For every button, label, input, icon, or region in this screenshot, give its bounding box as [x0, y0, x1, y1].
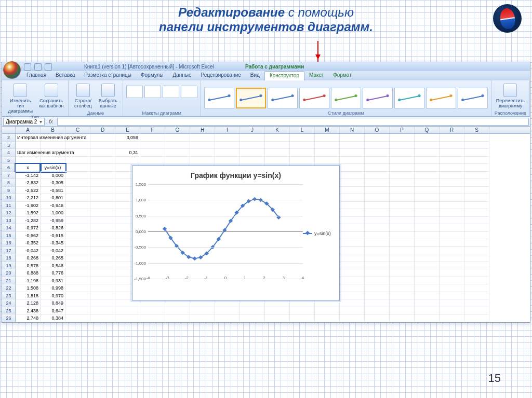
- cell[interactable]: [340, 292, 365, 300]
- cell[interactable]: [365, 247, 390, 255]
- cell[interactable]: [365, 134, 390, 142]
- cell[interactable]: [340, 269, 365, 277]
- col-header[interactable]: R: [440, 127, 464, 133]
- cell[interactable]: [365, 299, 390, 307]
- cell[interactable]: [440, 232, 464, 240]
- cell[interactable]: [340, 164, 365, 172]
- cell[interactable]: [415, 202, 440, 210]
- cell[interactable]: [90, 232, 115, 240]
- cell[interactable]: -1,902: [16, 202, 41, 210]
- cell[interactable]: [464, 179, 489, 187]
- cell[interactable]: 0,931: [41, 277, 65, 285]
- row-header[interactable]: 4: [2, 149, 16, 157]
- cell[interactable]: Интервал изменения аргумента: [16, 134, 41, 142]
- chart-style-thumb[interactable]: [204, 88, 234, 108]
- tab-Разметка страницы[interactable]: Разметка страницы: [79, 71, 136, 80]
- cell[interactable]: 0,000: [41, 172, 65, 180]
- cell[interactable]: -0,581: [41, 187, 65, 195]
- cell[interactable]: [315, 314, 340, 322]
- cell[interactable]: [290, 299, 315, 307]
- cell[interactable]: [415, 284, 440, 292]
- cell[interactable]: [65, 172, 90, 180]
- cell[interactable]: [365, 262, 390, 270]
- cell[interactable]: [440, 217, 464, 225]
- cell[interactable]: [440, 239, 464, 247]
- cell[interactable]: [65, 269, 90, 277]
- cell[interactable]: [415, 217, 440, 225]
- cell[interactable]: [390, 194, 415, 202]
- cell[interactable]: [90, 164, 115, 172]
- row-header[interactable]: 18: [2, 254, 16, 262]
- cell[interactable]: [464, 172, 489, 180]
- cell[interactable]: [90, 314, 115, 322]
- cell[interactable]: [464, 164, 489, 172]
- cell[interactable]: [415, 247, 440, 255]
- col-header[interactable]: G: [165, 127, 190, 133]
- cell[interactable]: [464, 217, 489, 225]
- cell[interactable]: [315, 142, 340, 149]
- col-header[interactable]: M: [315, 127, 340, 133]
- chart-layout-thumb[interactable]: [181, 86, 197, 98]
- cell[interactable]: [240, 142, 265, 149]
- cell[interactable]: [440, 172, 464, 180]
- col-header[interactable]: P: [390, 127, 415, 133]
- cell[interactable]: [90, 269, 115, 277]
- cell[interactable]: [215, 314, 240, 322]
- cell[interactable]: [340, 247, 365, 255]
- cell[interactable]: [41, 157, 65, 164]
- cell[interactable]: [440, 284, 464, 292]
- chart-layout-thumb[interactable]: [126, 86, 143, 98]
- cell[interactable]: [440, 254, 464, 262]
- cell[interactable]: [165, 314, 190, 322]
- cell[interactable]: [464, 232, 489, 240]
- cell[interactable]: [265, 157, 290, 164]
- cell[interactable]: [464, 262, 489, 270]
- cell[interactable]: [440, 157, 464, 164]
- plot-area[interactable]: -1,500-1,000-0,5000,0000,5001,0001,500 -…: [148, 184, 303, 283]
- row-header[interactable]: 3: [2, 142, 16, 149]
- cell[interactable]: [365, 239, 390, 247]
- cell[interactable]: [464, 284, 489, 292]
- cell[interactable]: [390, 164, 415, 172]
- quick-access-toolbar[interactable]: [24, 62, 52, 71]
- cell[interactable]: [290, 314, 315, 322]
- cell[interactable]: [390, 262, 415, 270]
- cell[interactable]: 2,128: [16, 299, 41, 307]
- cell[interactable]: [415, 172, 440, 180]
- cell[interactable]: [340, 209, 365, 217]
- cell[interactable]: [415, 239, 440, 247]
- cell[interactable]: [390, 254, 415, 262]
- chart-style-thumb[interactable]: [394, 88, 424, 108]
- row-header[interactable]: 23: [2, 292, 16, 300]
- cell[interactable]: [464, 292, 489, 300]
- chart-style-thumb[interactable]: [458, 88, 488, 108]
- cell[interactable]: [90, 209, 115, 217]
- cell[interactable]: [165, 142, 190, 149]
- save-template-button[interactable]: Сохранить как шаблон: [37, 83, 64, 109]
- row-header[interactable]: 11: [2, 202, 16, 210]
- cell[interactable]: [415, 232, 440, 240]
- cell[interactable]: [90, 277, 115, 285]
- cell[interactable]: [215, 142, 240, 149]
- cell[interactable]: -1,282: [16, 217, 41, 225]
- row-header[interactable]: 22: [2, 284, 16, 292]
- cell[interactable]: [190, 149, 215, 157]
- cell[interactable]: [464, 314, 489, 322]
- col-header[interactable]: N: [340, 127, 365, 133]
- cell[interactable]: 1,508: [16, 284, 41, 292]
- cell[interactable]: [240, 299, 265, 307]
- cell[interactable]: [464, 149, 489, 157]
- cell[interactable]: [215, 307, 240, 315]
- select-data-button[interactable]: Выбрать данные: [97, 83, 119, 109]
- cell[interactable]: [90, 142, 115, 149]
- cell[interactable]: 0,888: [16, 269, 41, 277]
- cell[interactable]: [90, 179, 115, 187]
- cell[interactable]: [440, 194, 464, 202]
- cell[interactable]: [415, 187, 440, 195]
- cell[interactable]: [415, 262, 440, 270]
- cell[interactable]: [340, 149, 365, 157]
- cell[interactable]: [340, 262, 365, 270]
- tab-Макет[interactable]: Макет: [304, 71, 328, 80]
- cell[interactable]: 0,31: [115, 149, 140, 157]
- cell[interactable]: [140, 134, 165, 142]
